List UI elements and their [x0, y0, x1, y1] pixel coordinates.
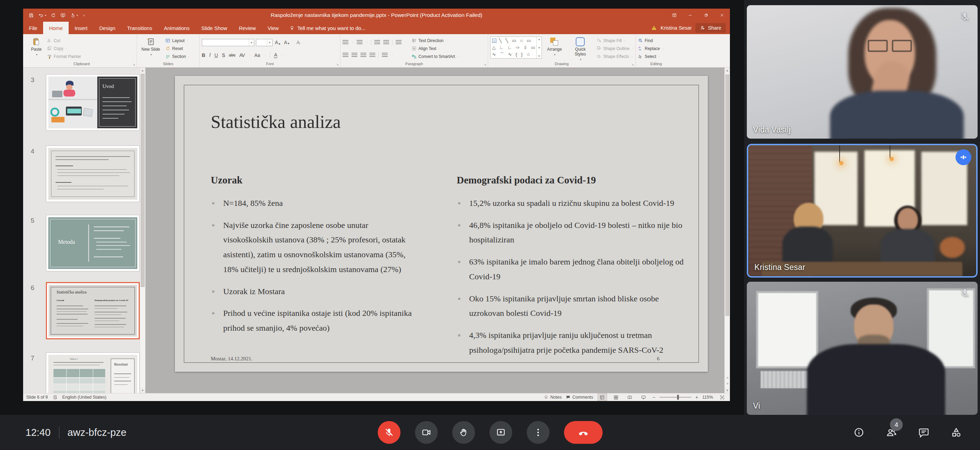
slide-thumbnail-5[interactable]: Metoda [46, 215, 140, 271]
save-icon[interactable] [29, 13, 34, 18]
increase-indent-button[interactable] [383, 40, 389, 45]
fit-slide-to-window-button[interactable] [717, 393, 727, 401]
tab-design[interactable]: Design [94, 22, 121, 34]
text-shadow-button[interactable]: S [222, 52, 225, 58]
select-button[interactable]: Select▾ [638, 53, 664, 60]
paragraph-dialog-launcher[interactable]: ↘ [484, 63, 486, 66]
decrease-font-size-button[interactable]: A▼ [283, 40, 290, 45]
arrange-button[interactable]: Arrange▾ [545, 36, 564, 61]
participants-button[interactable]: 4 [886, 426, 897, 438]
canvas-scroll-up-arrow[interactable]: ▲ [725, 68, 730, 73]
font-name-combobox[interactable]: ▾ [202, 39, 254, 46]
canvas-scrollbar[interactable]: ▲ ▼ [724, 68, 730, 393]
notes-button[interactable]: Notes [544, 394, 562, 401]
tab-slide-show[interactable]: Slide Show [195, 22, 233, 34]
slide-sorter-view-button[interactable] [611, 393, 621, 401]
slide-thumbnail-7[interactable]: Tablica 1 Rezultati [46, 352, 140, 393]
reset-button[interactable]: Reset [165, 45, 190, 52]
font-color-button[interactable]: A [274, 52, 277, 58]
redo-icon[interactable] [51, 13, 56, 18]
paste-button[interactable]: Paste▾ [29, 36, 44, 61]
tab-review[interactable]: Review [233, 22, 261, 34]
slideshow-view-button[interactable] [639, 393, 649, 401]
underline-button[interactable]: U [215, 52, 218, 58]
align-text-button[interactable]: Align Text▾ [412, 45, 459, 52]
bold-button[interactable]: B [202, 52, 205, 58]
normal-view-button[interactable] [597, 393, 607, 401]
shape-fill-button[interactable]: Shape Fill▾ [597, 37, 633, 44]
copy-button[interactable]: Copy▾ [47, 45, 81, 52]
activities-button[interactable] [950, 426, 962, 438]
layout-button[interactable]: Layout▾ [165, 37, 190, 44]
language-indicator[interactable]: English (United States) [62, 395, 107, 400]
bullets-button[interactable] [342, 40, 348, 45]
shapes-gallery[interactable]: A ╲ ╲ ▭ ○ ▭ △ ∟ ∟ ⇨ ⇩ ▭ ∿ ⌒ ∿ { } ☆ ▲▼▼ [490, 37, 542, 59]
present-screen-button[interactable] [490, 421, 512, 444]
align-center-button[interactable] [352, 53, 357, 57]
end-call-button[interactable] [564, 421, 603, 444]
customize-qat-icon[interactable]: ▿ [83, 13, 85, 17]
new-slide-button[interactable]: New Slide▾ [139, 36, 162, 61]
tab-transitions[interactable]: Transitions [121, 22, 158, 34]
meeting-details-button[interactable] [853, 426, 865, 438]
tab-file[interactable]: File [23, 22, 43, 34]
convert-to-smartart-button[interactable]: Convert to SmartArt▾ [412, 53, 459, 60]
touch-mode-icon[interactable]: ▾ [70, 13, 78, 18]
mic-toggle-button[interactable] [378, 421, 401, 444]
canvas-scroll-down-arrow[interactable]: ▼ [725, 388, 730, 393]
slide-thumbnail-6-selected[interactable]: Statistička analiza Uzorak Demografski p… [46, 282, 140, 339]
start-slideshow-icon[interactable] [60, 13, 65, 18]
replace-button[interactable]: abac Replace▾ [638, 45, 664, 52]
quick-styles-button[interactable]: Quick Styles▾ [567, 36, 593, 61]
zoom-out-button[interactable]: − [653, 394, 655, 400]
reading-view-button[interactable] [625, 393, 635, 401]
font-size-combobox[interactable]: ▾ [256, 39, 272, 46]
section-button[interactable]: Section▾ [165, 53, 190, 60]
tab-view[interactable]: View [262, 22, 285, 34]
current-slide[interactable]: Statistička analiza Uzorak N=184, 85% že… [175, 76, 708, 372]
camera-toggle-button[interactable] [415, 421, 438, 444]
thumbnail-scrollbar[interactable]: ▲ ▼ [140, 68, 145, 393]
clipboard-dialog-launcher[interactable]: ↘ [132, 63, 135, 66]
zoom-slider[interactable] [660, 397, 691, 398]
share-button[interactable]: Share [695, 23, 726, 33]
line-spacing-button[interactable] [396, 40, 401, 45]
scrollbar-thumb[interactable] [141, 74, 145, 287]
scroll-down-arrow[interactable]: ▼ [140, 388, 145, 393]
align-left-button[interactable] [342, 53, 348, 57]
raise-hand-button[interactable] [452, 421, 475, 444]
minimize-button[interactable] [682, 9, 698, 22]
participant-tile-kristina-sesar[interactable]: Kristina Sesar [747, 144, 978, 278]
chat-button[interactable] [918, 426, 930, 438]
clear-formatting-button[interactable]: A⁄ [296, 40, 301, 45]
account-name[interactable]: Kristina Sesar [660, 25, 692, 31]
undo-icon[interactable]: ▾ [38, 13, 46, 18]
decrease-indent-button[interactable] [374, 40, 380, 45]
previous-slide-button[interactable] [725, 374, 730, 381]
numbering-button[interactable] [357, 40, 363, 45]
increase-font-size-button[interactable]: A▲ [274, 40, 282, 45]
participant-tile-vida-vasilj[interactable]: Vida Vasilj [747, 5, 978, 138]
ribbon-display-options-button[interactable] [667, 9, 682, 22]
tab-animations[interactable]: Animations [158, 22, 195, 34]
drawing-dialog-launcher[interactable]: ↘ [631, 63, 634, 66]
slide-thumbnail-4[interactable] [46, 146, 140, 202]
tab-home[interactable]: Home [43, 22, 68, 34]
next-slide-button[interactable] [725, 381, 730, 387]
canvas-scrollbar-thumb[interactable] [725, 75, 729, 316]
format-painter-button[interactable]: Format Painter [47, 53, 81, 60]
tab-insert[interactable]: Insert [68, 22, 94, 34]
tell-me-box[interactable]: Tell me what you want to do... [285, 22, 371, 34]
zoom-slider-thumb[interactable] [677, 395, 679, 400]
spell-check-icon[interactable] [53, 395, 57, 400]
character-spacing-button[interactable]: AV [239, 52, 245, 58]
shape-outline-button[interactable]: Shape Outline▾ [597, 45, 633, 52]
font-dialog-launcher[interactable]: ↘ [336, 63, 339, 66]
strikethrough-button[interactable]: abc [229, 53, 235, 57]
participant-tile-third[interactable]: Vi [747, 282, 978, 415]
slide-thumbnail-3[interactable]: Uvod [46, 74, 140, 131]
shapes-gallery-scrollbar[interactable]: ▲▼▼ [536, 37, 542, 58]
zoom-level[interactable]: 115% [702, 395, 713, 400]
text-direction-button[interactable]: Text Direction▾ [412, 37, 459, 44]
justify-button[interactable] [369, 53, 375, 57]
